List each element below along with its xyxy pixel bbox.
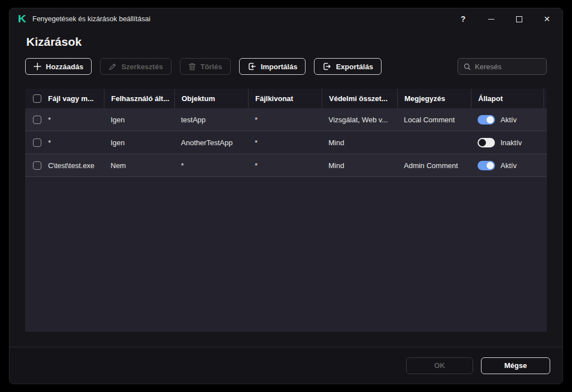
table-body: *IgentestApp*Vizsgálat, Web v...Local Co… — [25, 108, 547, 177]
cell-components: Vizsgálat, Web v... — [322, 116, 397, 124]
close-icon[interactable]: ✕ — [541, 13, 552, 25]
header-user: Felhasználó ált... — [104, 89, 174, 108]
help-icon[interactable]: ? — [457, 13, 469, 25]
cell-user: Nem — [104, 161, 174, 170]
table-row[interactable]: *IgenAnotherTestApp*MindInaktív — [25, 131, 547, 154]
cell-file: C\test\test.exe — [25, 161, 104, 170]
table-row[interactable]: C\test\test.exeNem**MindAdmin CommentAkt… — [25, 154, 547, 177]
page-title: Kizárások — [26, 35, 563, 49]
import-button-label: Importálás — [261, 63, 298, 71]
header-comment: Megjegyzés — [397, 89, 471, 108]
toggle-knob — [487, 116, 494, 123]
window-controls: ? ✕ — [457, 13, 552, 25]
row-checkbox[interactable] — [33, 116, 41, 124]
row-checkbox[interactable] — [33, 138, 41, 147]
window-title: Fenyegetések és kizárások beállításai — [32, 15, 150, 23]
toggle-knob — [479, 139, 486, 146]
trash-icon — [188, 63, 196, 71]
exclusions-table: Fájl vagy m... Felhasználó ált... Objekt… — [25, 89, 547, 332]
cell-status: Inaktív — [471, 138, 544, 147]
export-button[interactable]: Exportálás — [314, 58, 381, 75]
screen: K Fenyegetések és kizárások beállításai … — [0, 0, 572, 392]
cell-file-label: * — [48, 116, 51, 124]
import-button[interactable]: Importálás — [239, 58, 306, 75]
add-button[interactable]: Hozzáadás — [25, 58, 92, 75]
export-button-label: Exportálás — [336, 63, 373, 71]
toolbar: Hozzáadás Szerkesztés Törlés Importálás … — [25, 58, 547, 75]
status-label: Aktív — [500, 116, 517, 124]
export-icon — [322, 62, 331, 71]
header-status: Állapot — [471, 89, 544, 108]
toggle-knob — [487, 162, 494, 169]
import-icon — [247, 62, 256, 71]
pencil-icon — [108, 63, 117, 71]
search-box — [457, 58, 547, 75]
header-file: Fájl vagy m... — [25, 89, 104, 108]
cell-file: * — [25, 116, 104, 124]
ok-button[interactable]: OK — [406, 357, 473, 374]
header-scroll-spacer — [544, 89, 551, 108]
delete-button[interactable]: Törlés — [180, 58, 231, 75]
cell-components: Mind — [322, 138, 397, 147]
cell-components: Mind — [322, 161, 397, 170]
cell-hash: * — [248, 161, 322, 170]
status-toggle[interactable] — [478, 138, 495, 147]
settings-window: K Fenyegetések és kizárások beállításai … — [9, 8, 563, 384]
maximize-icon[interactable] — [513, 13, 525, 25]
status-toggle[interactable] — [478, 161, 495, 170]
kaspersky-logo-icon: K — [18, 14, 26, 24]
cell-hash: * — [248, 138, 322, 147]
select-all-checkbox[interactable] — [33, 94, 41, 103]
cell-file-label: * — [48, 138, 51, 147]
cell-status: Aktív — [471, 115, 544, 125]
cell-comment: Admin Comment — [397, 161, 471, 170]
table-row[interactable]: *IgentestApp*Vizsgálat, Web v...Local Co… — [25, 108, 547, 131]
header-hash: Fájlkivonat — [248, 89, 322, 108]
footer: OK Mégse — [9, 347, 563, 384]
search-icon — [464, 63, 471, 70]
row-checkbox[interactable] — [33, 161, 41, 170]
status-label: Inaktív — [500, 138, 522, 147]
header-file-label: Fájl vagy m... — [48, 94, 94, 103]
minimize-icon[interactable] — [485, 13, 497, 25]
header-object: Objektum — [174, 89, 248, 108]
status-label: Aktív — [500, 161, 517, 170]
cell-comment: Local Comment — [397, 116, 471, 124]
cell-user: Igen — [104, 116, 174, 124]
cell-file-label: C\test\test.exe — [48, 161, 94, 170]
table-header: Fájl vagy m... Felhasználó ált... Objekt… — [25, 89, 547, 108]
cell-status: Aktív — [471, 161, 544, 170]
search-input[interactable] — [475, 63, 541, 71]
edit-button-label: Szerkesztés — [121, 63, 163, 71]
status-toggle[interactable] — [478, 115, 495, 125]
delete-button-label: Törlés — [201, 63, 222, 71]
cell-user: Igen — [104, 138, 174, 147]
cell-object: testApp — [174, 116, 248, 124]
plus-icon — [34, 63, 41, 70]
titlebar: K Fenyegetések és kizárások beállításai … — [9, 8, 563, 30]
add-button-label: Hozzáadás — [46, 63, 83, 71]
header-components: Védelmi összet... — [322, 89, 397, 108]
edit-button[interactable]: Szerkesztés — [100, 58, 171, 75]
cell-file: * — [25, 138, 104, 147]
cell-hash: * — [248, 116, 322, 124]
cell-object: AnotherTestApp — [174, 138, 248, 147]
cancel-button[interactable]: Mégse — [481, 357, 550, 374]
cell-object: * — [174, 161, 248, 170]
